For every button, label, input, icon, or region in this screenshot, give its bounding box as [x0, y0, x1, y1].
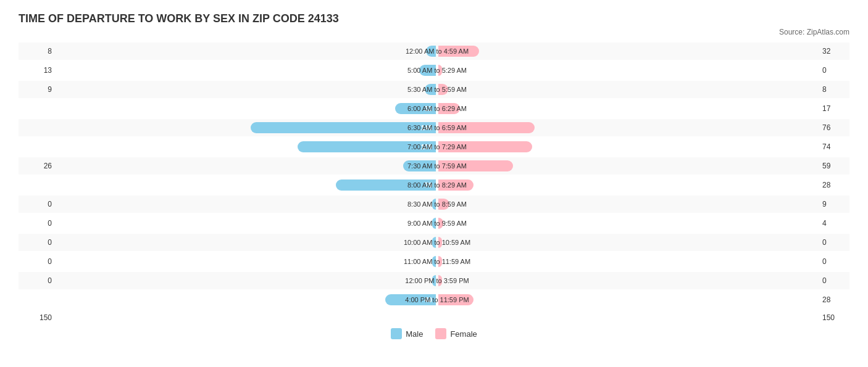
female-value: 4	[819, 219, 849, 228]
male-value: 0	[19, 276, 56, 285]
female-bar	[438, 199, 449, 210]
table-row: 011:00 AM to 11:59 AM0	[19, 253, 849, 270]
female-value: 32	[819, 47, 849, 56]
male-bar: 40	[385, 294, 436, 305]
legend-male-box	[391, 328, 402, 339]
female-bar	[438, 160, 513, 171]
table-row: 010:00 AM to 10:59 AM0	[19, 234, 849, 251]
female-value: 17	[819, 104, 849, 113]
female-value: 28	[819, 295, 849, 304]
male-bar: 79	[336, 179, 436, 191]
chart-area: 812:00 AM to 4:59 AM32135:00 AM to 5:29 …	[19, 43, 849, 308]
female-value: 28	[819, 181, 849, 189]
female-value: 0	[819, 257, 849, 266]
x-axis-right: 150	[819, 313, 849, 322]
source-label: Source: ZipAtlas.com	[19, 28, 849, 36]
female-bar	[438, 256, 442, 267]
legend-female-label: Female	[450, 329, 477, 339]
female-value: 0	[819, 276, 849, 285]
male-bar	[432, 237, 436, 248]
female-value: 76	[819, 123, 849, 132]
table-row: 404:00 PM to 11:59 PM28	[19, 291, 849, 308]
legend-female-box	[435, 328, 446, 339]
table-row: 012:00 PM to 3:59 PM0	[19, 272, 849, 289]
female-bar	[438, 122, 535, 133]
female-value: 9	[819, 200, 849, 208]
male-bar	[403, 160, 436, 171]
male-bar: 32	[395, 103, 436, 114]
male-value: 26	[19, 162, 56, 170]
male-value: 9	[19, 85, 56, 94]
chart-title: TIME OF DEPARTURE TO WORK BY SEX IN ZIP …	[19, 12, 849, 25]
legend: Male Female	[19, 328, 849, 339]
male-bar	[432, 256, 436, 267]
male-value: 8	[19, 47, 56, 56]
table-row: 326:00 AM to 6:29 AM17	[19, 100, 849, 117]
table-row: 1097:00 AM to 7:29 AM74	[19, 138, 849, 155]
table-row: 1466:30 AM to 6:59 AM76	[19, 119, 849, 136]
x-axis-left: 150	[19, 313, 56, 322]
table-row: 812:00 AM to 4:59 AM32	[19, 43, 849, 60]
legend-male: Male	[391, 328, 423, 339]
female-value: 74	[819, 142, 849, 151]
female-bar	[438, 218, 443, 229]
male-bar: 109	[298, 141, 436, 152]
male-bar: 146	[251, 122, 436, 133]
female-bar	[438, 237, 442, 248]
female-bar	[438, 46, 479, 57]
female-bar	[438, 294, 474, 305]
male-bar	[426, 46, 436, 57]
chart-container: TIME OF DEPARTURE TO WORK BY SEX IN ZIP …	[19, 12, 849, 339]
table-row: 09:00 AM to 9:59 AM4	[19, 215, 849, 232]
male-value: 0	[19, 200, 56, 208]
female-bar	[438, 84, 448, 95]
female-bar	[438, 65, 442, 76]
female-value: 59	[819, 162, 849, 170]
female-bar	[438, 103, 460, 114]
male-bar	[432, 275, 436, 286]
table-row: 08:30 AM to 8:59 AM9	[19, 196, 849, 213]
male-value: 13	[19, 66, 56, 75]
male-bar	[425, 84, 436, 95]
legend-female: Female	[435, 328, 477, 339]
table-row: 95:30 AM to 5:59 AM8	[19, 81, 849, 98]
table-row: 267:30 AM to 7:59 AM59	[19, 157, 849, 175]
female-value: 0	[819, 66, 849, 75]
male-value: 0	[19, 219, 56, 228]
table-row: 798:00 AM to 8:29 AM28	[19, 176, 849, 194]
female-bar	[438, 141, 532, 152]
male-bar	[419, 65, 436, 76]
legend-male-label: Male	[406, 329, 423, 339]
female-value: 0	[819, 238, 849, 247]
female-bar	[438, 179, 474, 191]
x-axis: 150 150	[19, 313, 849, 322]
female-value: 8	[819, 85, 849, 94]
female-bar	[438, 275, 442, 286]
male-bar	[432, 218, 436, 229]
table-row: 135:00 AM to 5:29 AM0	[19, 62, 849, 79]
male-value: 0	[19, 238, 56, 247]
male-value: 0	[19, 257, 56, 266]
male-bar	[432, 199, 436, 210]
